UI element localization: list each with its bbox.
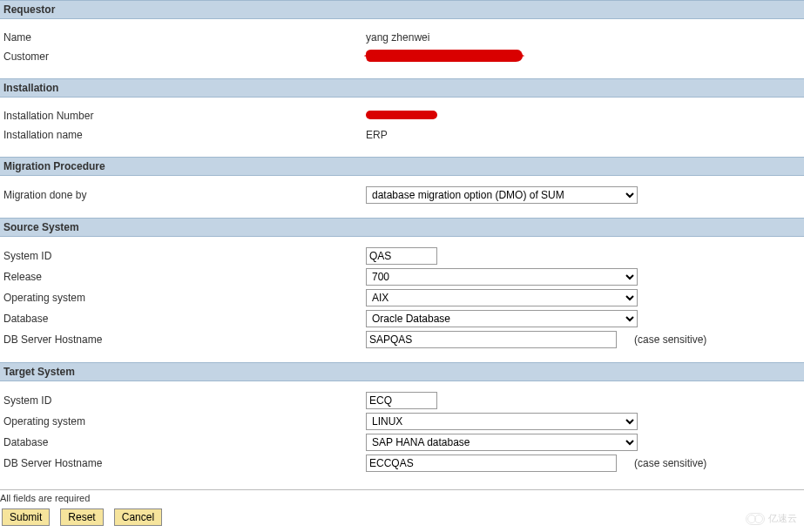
section-body-source: System ID Release 700 Operating system A… (0, 237, 804, 362)
select-source-db[interactable]: Oracle Database (366, 310, 638, 327)
input-source-system-id[interactable] (366, 247, 437, 265)
label-installation-name: Installation name (3, 129, 366, 141)
row-installation-name: Installation name ERP (3, 125, 801, 145)
label-name: Name (3, 31, 366, 44)
input-source-host[interactable] (366, 331, 617, 348)
row-customer: Customer (3, 47, 801, 66)
section-header-target: Target System (0, 362, 804, 381)
value-installation-name: ERP (366, 129, 388, 141)
value-installation-number-redacted (366, 110, 437, 122)
row-target-db: Database SAP HANA database (3, 432, 801, 453)
submit-button[interactable]: Submit (2, 508, 50, 526)
row-target-system-id: System ID (3, 390, 801, 411)
section-body-installation: Installation Number Installation name ER… (0, 98, 804, 157)
label-migration-done-by: Migration done by (3, 189, 366, 201)
redaction-mark (366, 111, 437, 119)
label-source-db: Database (3, 313, 366, 325)
input-target-host[interactable] (366, 455, 617, 472)
row-source-host: DB Server Hostname (case sensitive) (3, 329, 801, 350)
label-target-db: Database (3, 436, 366, 448)
row-target-os: Operating system LINUX (3, 411, 801, 432)
value-name: yang zhenwei (366, 31, 429, 44)
row-source-release: Release 700 (3, 266, 801, 287)
row-source-db: Database Oracle Database (3, 308, 801, 329)
select-source-release[interactable]: 700 (366, 268, 638, 286)
select-target-os[interactable]: LINUX (366, 413, 638, 430)
row-source-system-id: System ID (3, 246, 801, 266)
row-migration-done-by: Migration done by database migration opt… (3, 185, 801, 205)
label-target-system-id: System ID (3, 394, 366, 407)
label-customer: Customer (3, 51, 366, 63)
row-name: Name yang zhenwei (3, 28, 801, 47)
select-migration-done-by[interactable]: database migration option (DMO) of SUM (366, 186, 638, 204)
select-target-db[interactable]: SAP HANA database (366, 434, 638, 451)
row-source-os: Operating system AIX (3, 287, 801, 308)
required-note: All fields are required (0, 489, 804, 503)
section-body-migration: Migration done by database migration opt… (0, 176, 804, 218)
section-header-migration: Migration Procedure (0, 157, 804, 176)
select-source-os[interactable]: AIX (366, 289, 638, 306)
label-source-host: DB Server Hostname (3, 333, 366, 346)
redaction-mark (366, 50, 523, 62)
hint-source-host: (case sensitive) (634, 333, 706, 346)
button-row: Submit Reset Cancel (0, 508, 804, 526)
row-installation-number: Installation Number (3, 106, 801, 125)
section-body-requestor: Name yang zhenwei Customer (0, 19, 804, 78)
label-installation-number: Installation Number (3, 110, 366, 122)
label-source-release: Release (3, 271, 366, 283)
section-body-target: System ID Operating system LINUX Databas… (0, 381, 804, 486)
section-header-requestor: Requestor (0, 0, 804, 19)
hint-target-host: (case sensitive) (634, 457, 706, 469)
label-target-os: Operating system (3, 415, 366, 428)
row-target-host: DB Server Hostname (case sensitive) (3, 453, 801, 474)
cancel-button[interactable]: Cancel (114, 508, 162, 526)
label-source-os: Operating system (3, 292, 366, 304)
section-header-source: Source System (0, 218, 804, 237)
input-target-system-id[interactable] (366, 392, 437, 409)
label-target-host: DB Server Hostname (3, 457, 366, 469)
label-source-system-id: System ID (3, 250, 366, 262)
reset-button[interactable]: Reset (60, 508, 103, 526)
section-header-installation: Installation (0, 78, 804, 98)
value-customer-redacted (366, 50, 523, 64)
